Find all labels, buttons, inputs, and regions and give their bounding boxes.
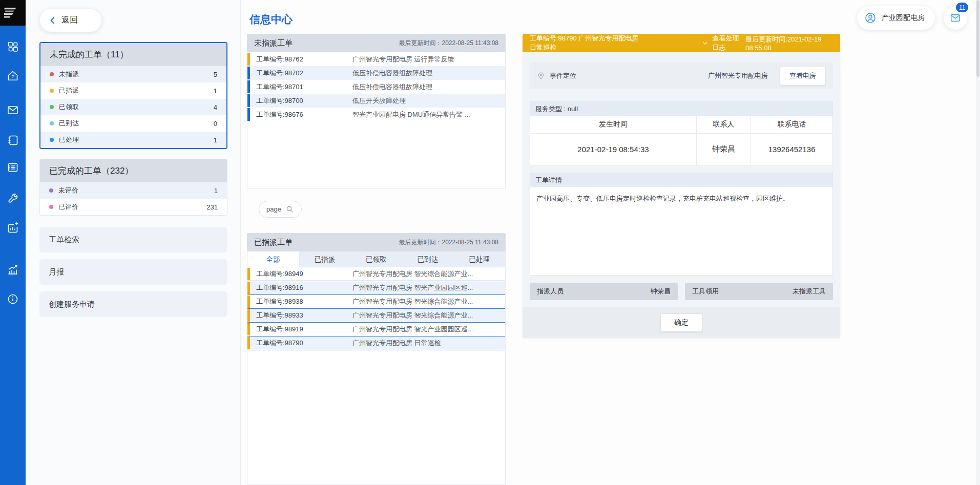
work-order-no: 工单编号:98916	[247, 283, 352, 292]
trending-chart-icon[interactable]	[6, 263, 19, 276]
col-header-person: 联系人	[697, 116, 751, 133]
confirm-button[interactable]: 确定	[660, 313, 702, 332]
logo-icon	[4, 5, 22, 20]
work-order-row[interactable]: 工单编号:98919 广州智光专用配电房 智光产业园园区巡...	[247, 323, 505, 336]
action-label: 创建服务申请	[49, 300, 95, 309]
assignee-label: 指派人员	[537, 287, 564, 296]
tools-label: 工具领用	[692, 287, 719, 296]
stat-count: 1	[214, 187, 218, 195]
work-order-desc: 广州智光专用配电房 运行异常反馈	[352, 55, 505, 64]
work-order-desc: 广州智光专用配电房 智光综合能源产业...	[352, 297, 505, 306]
notebook-icon[interactable]	[6, 134, 19, 147]
work-order-row[interactable]: 工单编号:98933 广州智光专用配电房 智光综合能源产业...	[247, 309, 505, 323]
work-order-no: 工单编号:98762	[247, 55, 352, 64]
status-dot-blue	[50, 138, 54, 142]
back-button[interactable]: 返回	[39, 8, 102, 32]
stat-row-processed[interactable]: 已处理 1	[40, 132, 226, 148]
chevron-down-icon	[702, 39, 708, 47]
stat-row-claimed[interactable]: 已领取 4	[40, 99, 226, 115]
current-user-pill[interactable]: 产业园配电房	[857, 6, 935, 30]
work-order-row[interactable]: 工单编号:98701 低压补偿电容器组故障处理	[247, 80, 505, 94]
stat-label: 已领取	[59, 102, 79, 112]
work-order-no: 工单编号:98702	[247, 69, 352, 78]
scrollbar-thumb[interactable]	[976, 0, 979, 77]
work-order-row[interactable]: 工单编号:98949 广州智光专用配电房 智光综合能源产业...	[247, 267, 505, 281]
page-search-input[interactable]: page	[259, 201, 302, 218]
stat-label: 已处理	[59, 135, 79, 144]
view-power-room-button[interactable]: 查看电房	[780, 66, 826, 86]
unassigned-orders-panel: 未指派工单 最后更新时间：2022-08-25 11:43:08 工单编号:98…	[247, 34, 506, 188]
action-label: 工单检索	[49, 235, 79, 245]
stat-count: 5	[214, 71, 217, 78]
stat-count: 1	[214, 87, 217, 95]
assigned-order-list: 工单编号:98949 广州智光专用配电房 智光综合能源产业... 工单编号:98…	[247, 267, 506, 485]
stat-label: 未评价	[58, 186, 78, 195]
work-order-row[interactable]: 工单编号:98916 广州智光专用配电房 智光产业园园区巡...	[247, 281, 505, 295]
tab-assigned[interactable]: 已指派	[299, 251, 351, 267]
detail-body: 事件定位 广州智光专用配电房 查看电房 服务类型 : null 发生时间 联系人…	[523, 52, 840, 307]
location-label: 事件定位	[550, 71, 576, 80]
work-order-no: 工单编号:98938	[247, 297, 352, 306]
work-order-row[interactable]: 工单编号:98702 低压补偿电容器组故障处理	[247, 66, 505, 80]
unassigned-order-list: 工单编号:98762 广州智光专用配电房 运行异常反馈 工单编号:98702 低…	[247, 52, 506, 188]
center-column: 信息中心 未指派工单 最后更新时间：2022-08-25 11:43:08 工单…	[241, 0, 514, 485]
work-order-desc: 低压补偿电容器组故障处理	[352, 69, 505, 78]
nav-sidebar	[0, 26, 26, 485]
work-order-desc: 低压补偿电容器组故障处理	[352, 82, 505, 92]
list-icon[interactable]	[6, 161, 19, 174]
panel-title: 已指派工单	[254, 238, 293, 247]
detail-footer: 确定	[523, 307, 840, 338]
status-bar-yellow	[247, 323, 250, 335]
work-order-no: 工单编号:98933	[247, 311, 352, 320]
report-chart-icon[interactable]	[6, 221, 19, 235]
col-header-phone: 联系电话	[751, 116, 832, 133]
app-logo	[0, 0, 26, 26]
mail-icon[interactable]	[6, 103, 19, 117]
create-service-request-button[interactable]: 创建服务申请	[39, 291, 227, 317]
home-lightning-icon[interactable]	[6, 69, 19, 82]
status-bar-yellow	[247, 53, 250, 66]
work-order-detail-card: 工单编号:98790 广州智光专用配电房 日常巡检 查看处理日志 最后更新时间:…	[523, 34, 840, 338]
detail-title: 工单编号:98790 广州智光专用配电房 日常巡检	[530, 34, 645, 52]
status-dot-purple	[49, 188, 53, 193]
tab-claimed[interactable]: 已领取	[350, 251, 402, 267]
monthly-report-button[interactable]: 月报	[39, 259, 227, 285]
tab-processed[interactable]: 已处理	[453, 251, 505, 267]
stat-row-unassigned[interactable]: 未指派 5	[40, 66, 226, 82]
work-order-row-selected[interactable]: 工单编号:98790 广州智光专用配电房 日常巡检	[247, 336, 505, 350]
contact-table: 发生时间 联系人 联系电话 2021-02-19 08:54:33 钟荣昌 13…	[530, 116, 832, 165]
stat-count: 231	[206, 203, 218, 211]
view-process-log-link[interactable]: 查看处理日志	[702, 34, 745, 52]
work-order-row[interactable]: 工单编号:98938 广州智光专用配电房 智光综合能源产业...	[247, 295, 505, 309]
stat-row-arrived[interactable]: 已到达 0	[40, 115, 226, 132]
work-order-no: 工单编号:98701	[247, 82, 352, 92]
work-order-search-button[interactable]: 工单检索	[39, 227, 227, 252]
wrench-icon[interactable]	[6, 192, 19, 205]
work-order-desc: 广州智光专用配电房 智光产业园园区巡...	[352, 325, 505, 334]
work-order-row[interactable]: 工单编号:98762 广州智光专用配电房 运行异常反馈	[247, 52, 505, 66]
grid-icon[interactable]	[6, 40, 19, 53]
status-dot-green	[50, 105, 54, 109]
stat-count: 0	[214, 120, 217, 128]
stat-row-rated[interactable]: 已评价 231	[40, 199, 227, 215]
work-order-no: 工单编号:98700	[247, 96, 352, 106]
assignee-value: 钟荣昌	[651, 287, 671, 296]
work-order-no: 工单编号:98790	[247, 339, 352, 348]
assignee-box: 指派人员 钟荣昌	[530, 283, 678, 300]
unfinished-orders-card: 未完成的工单（11） 未指派 5 已指派 1 已领取 4	[39, 42, 227, 149]
stat-label: 已指派	[59, 86, 79, 95]
cell-phone: 13926452136	[751, 133, 832, 165]
work-order-desc: 广州智光专用配电房 智光综合能源产业...	[352, 311, 505, 320]
work-order-row[interactable]: 工单编号:98676 智光产业园配电房 DMU通信异常告警 ...	[247, 108, 505, 121]
info-icon[interactable]	[6, 292, 19, 306]
tab-all[interactable]: 全部	[247, 251, 299, 267]
status-dot-red	[50, 72, 54, 76]
work-order-row[interactable]: 工单编号:98700 低压开关故障处理	[247, 94, 505, 108]
stat-row-assigned[interactable]: 已指派 1	[40, 82, 226, 99]
service-info-box: 服务类型 : null 发生时间 联系人 联系电话 2021-02-19 08:…	[530, 101, 833, 165]
status-bar-yellow	[247, 309, 250, 322]
detail-header: 工单编号:98790 广州智光专用配电房 日常巡检 查看处理日志 最后更新时间:…	[523, 34, 840, 52]
tab-arrived[interactable]: 已到达	[402, 251, 454, 267]
back-label: 返回	[61, 15, 78, 26]
stat-row-unrated[interactable]: 未评价 1	[40, 182, 227, 199]
